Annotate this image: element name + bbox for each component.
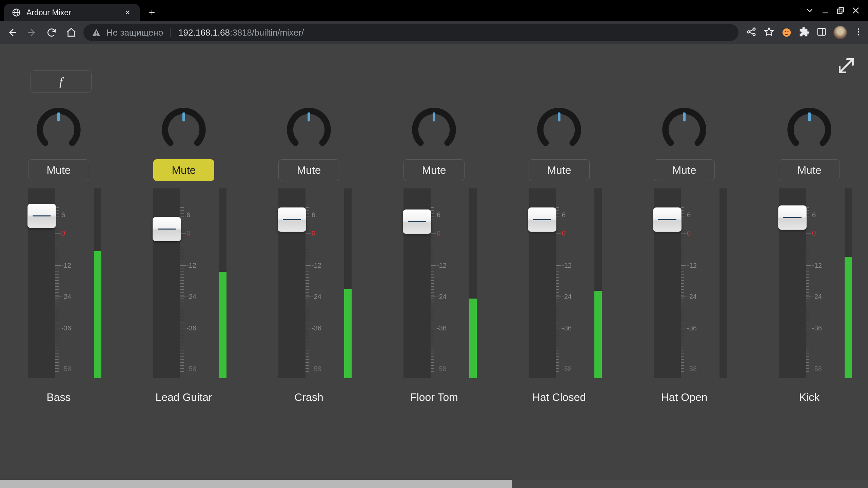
maximize-icon[interactable] xyxy=(836,6,845,15)
new-tab-button[interactable]: ＋ xyxy=(145,5,159,19)
extensions-puzzle-icon[interactable] xyxy=(799,26,810,39)
level-meter xyxy=(719,188,727,378)
fader-handle[interactable] xyxy=(778,205,807,230)
pan-knob[interactable] xyxy=(287,107,331,152)
channel-name: Bass xyxy=(46,391,71,404)
fader-handle[interactable] xyxy=(528,207,556,232)
svg-rect-16 xyxy=(308,113,310,121)
url-text: 192.168.1.68:3818/builtin/mixer/ xyxy=(178,27,304,38)
fader-handle[interactable] xyxy=(403,209,431,234)
fader-handle[interactable] xyxy=(653,207,682,232)
svg-rect-17 xyxy=(433,113,435,121)
horizontal-scrollbar[interactable] xyxy=(0,480,868,488)
mute-button[interactable]: Mute xyxy=(28,159,89,181)
svg-point-8 xyxy=(785,31,786,32)
channel-strip: Mute60-12-24-36-58Bass xyxy=(26,107,91,404)
mute-button[interactable]: Mute xyxy=(529,159,590,181)
channel-strip: Mute60-12-24-36-58Lead Guitar xyxy=(152,107,216,404)
db-scale: 60-12-24-36-58 xyxy=(431,188,450,378)
level-meter xyxy=(94,188,101,378)
channel-name: Lead Guitar xyxy=(155,391,212,404)
svg-point-7 xyxy=(783,28,791,37)
svg-rect-10 xyxy=(818,28,826,35)
f-toggle-button[interactable]: f xyxy=(31,70,92,93)
security-label: Не защищено xyxy=(106,27,163,38)
svg-rect-19 xyxy=(683,113,686,121)
channel-strip: Mute60-12-24-36-58Crash xyxy=(277,107,341,404)
svg-rect-3 xyxy=(837,9,842,14)
forward-button[interactable] xyxy=(24,25,39,40)
db-scale: 60-12-24-36-58 xyxy=(556,188,575,378)
svg-rect-18 xyxy=(558,113,560,121)
home-button[interactable] xyxy=(64,25,79,40)
db-scale: 60-12-24-36-58 xyxy=(180,188,199,378)
fader-handle[interactable] xyxy=(278,207,306,232)
fader-handle[interactable] xyxy=(153,217,181,241)
kebab-menu-icon[interactable] xyxy=(854,27,863,38)
db-scale: 60-12-24-36-58 xyxy=(305,188,324,378)
fader: 60-12-24-36-58 xyxy=(529,188,590,378)
pan-knob[interactable] xyxy=(662,107,707,152)
pan-knob[interactable] xyxy=(36,107,81,152)
minimize-icon[interactable] xyxy=(821,6,830,15)
mute-button[interactable]: Mute xyxy=(654,159,715,181)
globe-icon xyxy=(12,8,21,17)
level-meter xyxy=(469,188,477,378)
svg-rect-20 xyxy=(808,113,811,121)
pan-knob[interactable] xyxy=(161,107,206,152)
pan-knob[interactable] xyxy=(412,107,456,152)
db-scale: 60-12-24-36-58 xyxy=(55,188,74,378)
channel-strip: Mute60-12-24-36-58Hat Closed xyxy=(527,107,591,404)
address-bar[interactable]: Не защищено 192.168.1.68:3818/builtin/mi… xyxy=(83,24,738,41)
db-scale: 60-12-24-36-58 xyxy=(681,188,700,378)
channel-name: Hat Open xyxy=(661,391,708,404)
channel-name: Crash xyxy=(294,391,323,404)
reload-button[interactable] xyxy=(44,25,59,40)
fader: 60-12-24-36-58 xyxy=(779,188,840,378)
fader: 60-12-24-36-58 xyxy=(403,188,465,378)
browser-tab[interactable]: Ardour Mixer ✕ xyxy=(4,4,140,21)
fader: 60-12-24-36-58 xyxy=(28,188,89,378)
tab-title: Ardour Mixer xyxy=(26,8,117,17)
level-meter xyxy=(219,188,226,378)
channel-name: Kick xyxy=(799,391,820,404)
svg-rect-15 xyxy=(182,113,185,121)
svg-rect-14 xyxy=(57,113,60,121)
fader: 60-12-24-36-58 xyxy=(278,188,339,378)
window-titlebar: Ardour Mixer ✕ ＋ xyxy=(0,0,868,21)
profile-avatar[interactable] xyxy=(833,26,847,39)
mute-button[interactable]: Mute xyxy=(779,159,840,181)
mute-button[interactable]: Mute xyxy=(403,159,465,181)
level-meter xyxy=(594,188,602,378)
fullscreen-button[interactable] xyxy=(837,56,856,75)
insecure-icon xyxy=(92,28,101,37)
back-button[interactable] xyxy=(5,25,20,40)
share-icon[interactable] xyxy=(746,26,757,39)
svg-point-11 xyxy=(858,28,860,30)
channel-strip: Mute60-12-24-36-58Hat Open xyxy=(652,107,716,404)
mute-button[interactable]: Mute xyxy=(278,159,339,181)
pan-knob[interactable] xyxy=(787,107,832,152)
mute-button[interactable]: Mute xyxy=(153,159,214,181)
browser-toolbar: Не защищено 192.168.1.68:3818/builtin/mi… xyxy=(0,21,868,44)
window-controls xyxy=(805,2,861,19)
chevron-down-icon[interactable] xyxy=(805,6,814,15)
mixer-page: f Mute60-12-24-36-58Bass Mute60-12-24-36… xyxy=(0,44,868,480)
close-icon[interactable]: ✕ xyxy=(123,9,132,16)
db-scale: 60-12-24-36-58 xyxy=(806,188,825,378)
svg-point-12 xyxy=(858,31,860,33)
close-window-icon[interactable] xyxy=(851,6,861,15)
pan-knob[interactable] xyxy=(537,107,581,152)
level-meter xyxy=(845,188,852,378)
level-meter xyxy=(344,188,352,378)
bookmark-star-icon[interactable] xyxy=(764,26,774,39)
extension-icon[interactable] xyxy=(781,27,792,38)
svg-rect-2 xyxy=(839,7,844,12)
channel-name: Hat Closed xyxy=(532,391,586,404)
svg-point-13 xyxy=(858,34,860,36)
channel-strip: Mute60-12-24-36-58Floor Tom xyxy=(402,107,466,404)
side-panel-icon[interactable] xyxy=(816,27,827,38)
fader-handle[interactable] xyxy=(27,204,56,228)
channel-name: Floor Tom xyxy=(410,391,458,404)
fader: 60-12-24-36-58 xyxy=(153,188,214,378)
